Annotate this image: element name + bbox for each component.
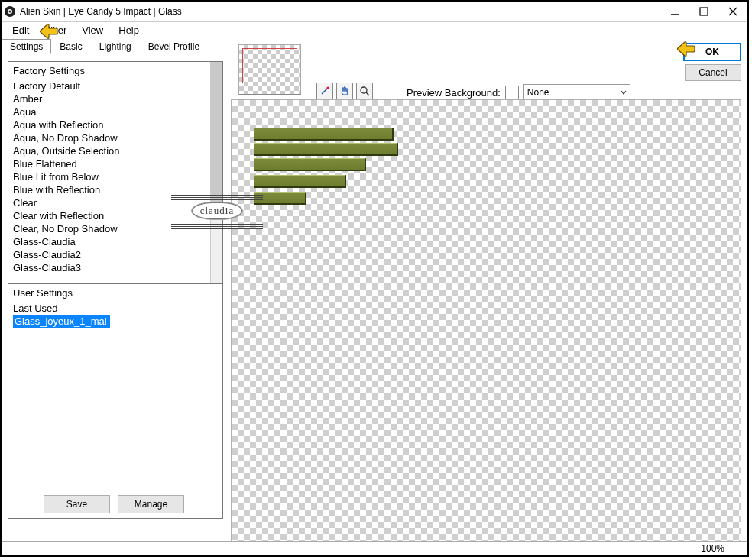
- settings-buttons: Save Manage: [8, 490, 222, 518]
- manage-button[interactable]: Manage: [118, 495, 184, 513]
- scrollbar-thumb[interactable]: [211, 62, 222, 207]
- save-button[interactable]: Save: [44, 495, 110, 513]
- svg-line-12: [366, 92, 369, 95]
- menu-help[interactable]: Help: [111, 24, 147, 36]
- chevron-down-icon: [621, 89, 627, 95]
- svg-point-8: [327, 87, 329, 89]
- svg-line-9: [326, 86, 326, 87]
- list-item[interactable]: Clear with Reflection: [13, 209, 222, 222]
- preview-shape: [254, 158, 366, 171]
- close-button[interactable]: [718, 2, 747, 21]
- svg-line-10: [329, 89, 329, 90]
- list-item[interactable]: Glass-Claudia: [13, 235, 222, 248]
- maximize-button[interactable]: [689, 2, 718, 21]
- factory-heading: Factory Settings: [8, 62, 222, 79]
- cancel-button[interactable]: Cancel: [685, 64, 741, 81]
- minimize-button[interactable]: [660, 2, 689, 21]
- preview-thumbnail[interactable]: [238, 44, 301, 95]
- preview-shape: [254, 192, 306, 205]
- list-item[interactable]: Glass-Claudia3: [13, 261, 222, 274]
- menu-edit[interactable]: Edit: [5, 24, 37, 36]
- list-item[interactable]: Blue Flattened: [13, 157, 222, 170]
- list-item[interactable]: Aqua, Outside Selection: [13, 144, 222, 157]
- tab-lighting[interactable]: Lighting: [91, 39, 140, 54]
- preview-canvas[interactable]: [231, 99, 741, 542]
- list-item[interactable]: Amber: [13, 92, 222, 105]
- zoom-tool-icon[interactable]: [356, 83, 373, 99]
- user-settings-list: User Settings Last Used Glass_joyeux_1_m…: [8, 284, 222, 490]
- tab-basic[interactable]: Basic: [51, 39, 90, 54]
- list-item[interactable]: Clear: [13, 196, 222, 209]
- tab-bar: Settings Basic Lighting Bevel Profile: [2, 37, 747, 54]
- preview-background-select[interactable]: None: [523, 84, 630, 101]
- svg-line-7: [322, 88, 328, 94]
- app-window: Alien Skin | Eye Candy 5 Impact | Glass …: [0, 0, 749, 557]
- svg-rect-4: [700, 8, 708, 15]
- factory-settings-list: Factory Settings Factory Default Amber A…: [8, 62, 222, 284]
- list-item[interactable]: Clear, No Drop Shadow: [13, 222, 222, 235]
- list-item[interactable]: Aqua: [13, 105, 222, 118]
- list-item[interactable]: Blue Lit from Below: [13, 170, 222, 183]
- list-item[interactable]: Glass-Claudia2: [13, 248, 222, 261]
- settings-panel: Factory Settings Factory Default Amber A…: [8, 61, 223, 519]
- preview-shape: [254, 143, 398, 156]
- app-icon: [5, 6, 15, 17]
- hand-tool-icon[interactable]: [336, 83, 353, 99]
- list-item[interactable]: Last Used: [13, 302, 222, 315]
- zoom-label: 100%: [701, 543, 724, 554]
- preview-background-value: None: [527, 87, 549, 98]
- user-heading: User Settings: [8, 284, 222, 302]
- title-bar: Alien Skin | Eye Candy 5 Impact | Glass: [2, 2, 747, 22]
- preview-background-row: Preview Background: None: [407, 84, 630, 101]
- tab-settings[interactable]: Settings: [2, 39, 51, 54]
- preview-background-swatch[interactable]: [505, 86, 519, 99]
- list-item[interactable]: Glass_joyeux_1_mai: [13, 315, 110, 328]
- wand-tool-icon[interactable]: [316, 83, 333, 99]
- preview-background-label: Preview Background:: [407, 87, 501, 99]
- preview-shape: [254, 128, 394, 141]
- svg-point-2: [9, 11, 11, 13]
- preview-viewport-rect: [242, 48, 297, 83]
- preview-tools: [316, 83, 373, 99]
- menu-bar: Edit Filter View Help: [2, 22, 747, 37]
- menu-filter[interactable]: Filter: [37, 24, 74, 36]
- window-title: Alien Skin | Eye Candy 5 Impact | Glass: [20, 6, 182, 17]
- tab-bevel-profile[interactable]: Bevel Profile: [140, 39, 208, 54]
- list-item[interactable]: Aqua, No Drop Shadow: [13, 131, 222, 144]
- ok-button[interactable]: OK: [683, 43, 741, 61]
- list-item[interactable]: Aqua with Reflection: [13, 118, 222, 131]
- dialog-buttons: OK Cancel: [683, 43, 741, 81]
- menu-view[interactable]: View: [74, 24, 111, 36]
- list-item[interactable]: Factory Default: [13, 79, 222, 92]
- svg-point-11: [361, 87, 367, 93]
- body-area: OK Cancel Preview Background:: [2, 57, 747, 542]
- preview-shape: [254, 175, 346, 188]
- list-item[interactable]: Blue with Reflection: [13, 183, 222, 196]
- scrollbar[interactable]: [210, 62, 222, 283]
- status-bar: 100%: [2, 541, 747, 555]
